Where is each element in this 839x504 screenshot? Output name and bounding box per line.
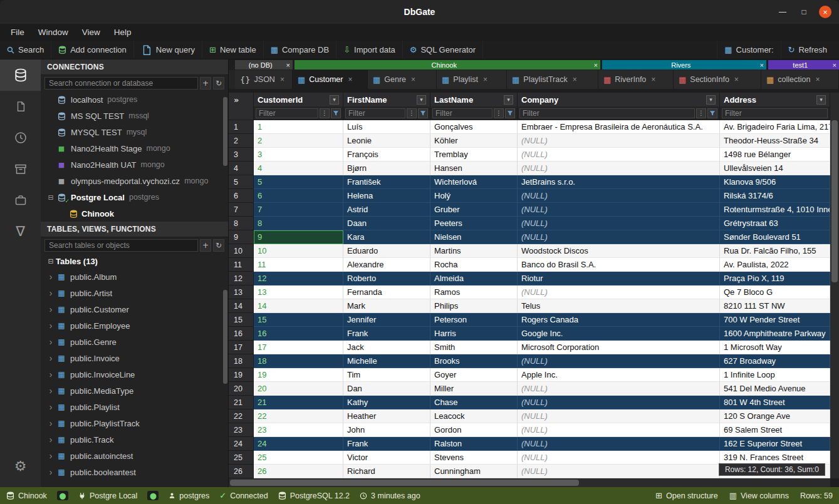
db-group-test1[interactable]: test1× (768, 60, 839, 69)
grid-cell[interactable]: 17 (254, 341, 343, 354)
chevron-right-icon[interactable]: › (46, 386, 56, 396)
files-icon[interactable] (0, 91, 41, 122)
vertical-scrollbar-thumb[interactable] (831, 120, 838, 282)
grid-row[interactable]: 33FrançoisTremblay(NULL)1498 rue Bélange… (229, 148, 830, 162)
row-number[interactable]: 13 (229, 285, 254, 299)
grid-row[interactable]: 2222HeatherLeacock(NULL)120 S Orange Ave (229, 409, 830, 423)
grid-cell[interactable]: Philips (430, 299, 518, 313)
grid-cell[interactable]: 21 (254, 396, 343, 409)
table-item-public-customer[interactable]: ›▦public.Customer (41, 301, 228, 317)
close-icon[interactable]: × (573, 75, 577, 84)
grid-cell[interactable]: 2 (254, 134, 343, 148)
grid-cell[interactable]: 19 (254, 368, 343, 382)
grid-cell[interactable]: 69 Salem Street (720, 423, 830, 437)
close-icon[interactable]: × (734, 75, 739, 84)
grid-row[interactable]: 66HelenaHolý(NULL)Rilská 3174/6 (229, 189, 830, 203)
chevron-right-icon[interactable]: › (46, 369, 56, 379)
close-icon[interactable]: × (594, 61, 598, 69)
grid-cell[interactable]: Frank (343, 327, 430, 341)
grid-cell[interactable]: 541 Del Medio Avenue (720, 382, 830, 396)
table-item-public-invoice[interactable]: ›▦public.Invoice (41, 350, 228, 366)
grid-cell[interactable]: Frank (343, 437, 430, 451)
filters-icon[interactable]: ∇ (0, 216, 41, 247)
table-item-public-artist[interactable]: ›▦public.Artist (41, 285, 228, 301)
apps-icon[interactable] (0, 185, 41, 216)
grid-cell[interactable]: (NULL) (518, 437, 720, 451)
grid-cell[interactable]: 11 (254, 258, 343, 272)
row-number[interactable]: 2 (229, 134, 254, 148)
grid-row[interactable]: 2323JohnGordon(NULL)69 Salem Street (229, 423, 830, 437)
grid-cell[interactable]: 14 (254, 299, 343, 313)
new-query-button[interactable]: New query (134, 41, 202, 59)
grid-cell[interactable]: Tremblay (430, 148, 518, 162)
status-open-structure[interactable]: ⊞Open structure (655, 491, 718, 500)
grid-cell[interactable]: Klanova 9/506 (720, 175, 830, 189)
connection-nano2health-uat[interactable]: ■Nano2Health UATmongo (41, 157, 228, 173)
grid-cell[interactable]: John (343, 423, 430, 437)
table-item-public-track[interactable]: ›▦public.Track (41, 431, 228, 448)
grid-cell[interactable]: 1600 Amphitheatre Parkway (720, 327, 830, 341)
grid-row[interactable]: 11LuísGonçalvesEmbraer - Empresa Brasile… (229, 120, 830, 134)
grid-cell[interactable]: Av. Paulista, 2022 (720, 258, 830, 272)
row-number[interactable]: 22 (229, 409, 254, 423)
column-header-address[interactable]: Address▾ (720, 93, 830, 106)
chevron-right-icon[interactable]: › (46, 304, 56, 314)
connection-nano2health-stage[interactable]: ■Nano2Health Stagemongo (41, 140, 228, 157)
chevron-right-icon[interactable]: › (46, 321, 56, 331)
filter-input[interactable] (345, 108, 405, 118)
table-item-public-booleantest[interactable]: ›▦public.booleantest (41, 464, 228, 480)
tab-json[interactable]: {}JSON× (235, 70, 293, 89)
grid-cell[interactable]: Praça Pio X, 119 (720, 272, 830, 285)
maximize-button[interactable]: □ (798, 6, 810, 18)
chevron-right-icon[interactable]: › (46, 467, 56, 477)
connections-scrollbar[interactable] (223, 97, 227, 166)
chevron-down-icon[interactable]: ▾ (816, 95, 826, 105)
menu-file[interactable]: File (4, 25, 31, 39)
grid-cell[interactable]: Roberto (343, 272, 430, 285)
chevron-right-icon[interactable]: › (46, 353, 56, 363)
grid-cell[interactable]: (NULL) (518, 396, 720, 409)
refresh-button[interactable]: ↻Refresh (781, 41, 834, 59)
grid-cell[interactable]: Peeters (430, 217, 518, 230)
grid-cell[interactable]: 801 W 4th Street (720, 396, 830, 409)
close-icon[interactable]: × (651, 75, 655, 84)
tab-riverinfo[interactable]: ▦RiverInfo× (598, 70, 674, 89)
chevron-down-icon[interactable]: ▾ (417, 95, 426, 105)
status-chinook[interactable]: Chinook (6, 491, 47, 500)
row-number[interactable]: 6 (229, 189, 254, 203)
grid-cell[interactable]: Dan (343, 382, 430, 396)
close-icon[interactable]: × (348, 75, 352, 84)
chevron-right-icon[interactable]: › (46, 451, 56, 461)
grid-cell[interactable]: Av. Brigadeiro Faria Lima, 2170 (720, 120, 830, 134)
menu-help[interactable]: Help (107, 25, 138, 39)
chevron-down-icon[interactable]: ▾ (504, 95, 513, 105)
grid-cell[interactable]: Cunningham (430, 465, 518, 478)
grid-cell[interactable]: Rotenturmstraße 4, 1010 Innere Stadt (720, 203, 830, 217)
grid-cell[interactable]: Woodstock Discos (518, 244, 720, 258)
customer-button[interactable]: ▦Customer: (717, 41, 780, 59)
table-item-public-playlist[interactable]: ›▦public.Playlist (41, 399, 228, 415)
grid-cell[interactable]: Ralston (430, 437, 518, 451)
row-number[interactable]: 26 (229, 465, 254, 478)
table-item-public-autoinctest[interactable]: ›▦public.autoinctest (41, 448, 228, 464)
grid-cell[interactable]: 10 (254, 244, 343, 258)
tables-scrollbar[interactable] (223, 290, 227, 384)
grid-row[interactable]: 55FrantišekWichterlováJetBrains s.r.o.Kl… (229, 175, 830, 189)
grid-cell[interactable]: Michelle (343, 354, 430, 368)
grid-cell[interactable]: Martins (430, 244, 518, 258)
row-number[interactable]: 24 (229, 437, 254, 451)
grid-cell[interactable]: (NULL) (518, 409, 720, 423)
grid-cell[interactable]: 700 W Pender Street (720, 313, 830, 327)
funnel-icon[interactable] (331, 108, 341, 118)
grid-row[interactable]: 1313FernandaRamos(NULL)Qe 7 Bloco G (229, 285, 830, 299)
grid-cell[interactable]: Fernanda (343, 285, 430, 299)
chevron-down-icon[interactable]: ▾ (706, 95, 716, 105)
grid-cell[interactable]: Gordon (430, 423, 518, 437)
grid-cell[interactable]: Hansen (430, 162, 518, 175)
db-group-no-db[interactable]: (no DB)× (235, 60, 293, 69)
grid-cell[interactable]: Riotur (518, 272, 720, 285)
grid-row[interactable]: 44BjørnHansen(NULL)Ullevålsveien 14 (229, 162, 830, 175)
chevron-right-icon[interactable]: › (46, 435, 56, 445)
close-button[interactable]: × (819, 6, 831, 18)
row-number[interactable]: 21 (229, 396, 254, 409)
